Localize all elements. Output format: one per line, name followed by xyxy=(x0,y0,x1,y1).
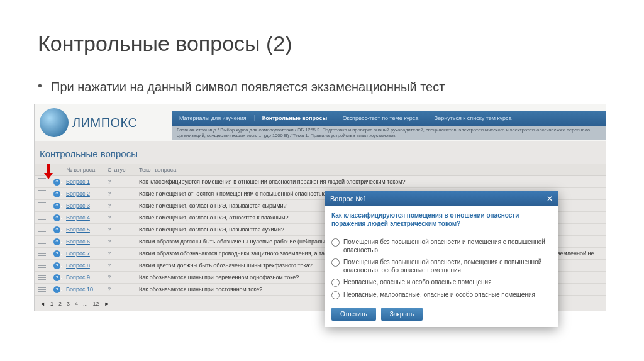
option-3-radio[interactable] xyxy=(331,279,340,287)
option-2[interactable]: Помещения без повышенной опасности, поме… xyxy=(331,256,552,276)
pager-next[interactable]: ► xyxy=(103,301,111,307)
help-icon[interactable]: ? xyxy=(53,191,60,197)
question-number-link[interactable]: Вопрос 10 xyxy=(66,286,93,292)
test-launch-icon[interactable] xyxy=(38,190,46,196)
bullet-item: При нажатии на данный символ появляется … xyxy=(38,79,606,95)
status-unknown-icon: ? xyxy=(108,179,111,185)
status-unknown-icon: ? xyxy=(108,250,111,257)
slide-title: Контрольные вопросы (2) xyxy=(38,31,606,56)
nav-express[interactable]: Экспресс-тест по теме курса xyxy=(335,115,426,121)
test-launch-icon[interactable] xyxy=(38,214,46,220)
question-number-link[interactable]: Вопрос 6 xyxy=(66,238,90,245)
modal-title: Вопрос №1 xyxy=(330,195,367,203)
help-icon[interactable]: ? xyxy=(53,238,60,245)
pager-page-3[interactable]: 3 xyxy=(65,301,71,307)
option-1[interactable]: Помещения без повышенной опасности и пом… xyxy=(331,236,552,256)
test-launch-icon[interactable] xyxy=(38,226,46,232)
app-brand: ЛИМПОКС xyxy=(72,116,137,130)
help-icon[interactable]: ? xyxy=(53,250,60,257)
app-logo xyxy=(40,108,69,137)
test-launch-icon[interactable] xyxy=(38,286,46,292)
nav-bar: Материалы для изучения Контрольные вопро… xyxy=(172,111,606,126)
option-3-label: Неопасные, опасные и особо опасные помещ… xyxy=(343,278,492,286)
question-number-link[interactable]: Вопрос 4 xyxy=(66,214,90,221)
app-header: ЛИМПОКС Материалы для изучения Контрольн… xyxy=(35,104,606,141)
modal-question: Как классифицируются помещения в отношен… xyxy=(325,206,558,233)
pager-last[interactable]: 12 xyxy=(92,301,101,307)
help-icon[interactable]: ? xyxy=(53,274,60,281)
help-icon[interactable]: ? xyxy=(53,262,60,269)
option-4[interactable]: Неопасные, малоопасные, опасные и особо … xyxy=(331,289,552,301)
status-unknown-icon: ? xyxy=(108,214,111,221)
status-unknown-icon: ? xyxy=(108,226,111,233)
nav-questions[interactable]: Контрольные вопросы xyxy=(255,115,335,121)
option-3[interactable]: Неопасные, опасные и особо опасные помещ… xyxy=(331,276,552,289)
status-unknown-icon: ? xyxy=(108,286,111,292)
status-unknown-icon: ? xyxy=(108,238,111,245)
help-icon[interactable]: ? xyxy=(53,179,60,186)
pager-page-1[interactable]: 1 xyxy=(49,301,55,307)
question-number-link[interactable]: Вопрос 3 xyxy=(66,203,90,209)
modal-header: Вопрос №1 ✕ xyxy=(325,191,558,206)
question-modal: Вопрос №1 ✕ Как классифицируются помещен… xyxy=(325,191,558,327)
help-icon[interactable]: ? xyxy=(53,214,60,221)
pager-prev[interactable]: ◄ xyxy=(38,301,47,307)
status-unknown-icon: ? xyxy=(108,191,111,197)
test-launch-icon[interactable] xyxy=(38,238,46,244)
status-unknown-icon: ? xyxy=(108,203,111,209)
option-4-radio[interactable] xyxy=(331,291,340,299)
option-4-label: Неопасные, малоопасные, опасные и особо … xyxy=(343,291,535,299)
question-number-link[interactable]: Вопрос 2 xyxy=(66,191,90,197)
status-unknown-icon: ? xyxy=(108,274,111,280)
test-launch-icon[interactable] xyxy=(38,202,46,208)
question-number-link[interactable]: Вопрос 5 xyxy=(66,226,90,233)
answer-button[interactable]: Ответить xyxy=(331,308,376,321)
embedded-screenshot: ЛИМПОКС Материалы для изучения Контрольн… xyxy=(34,104,606,311)
pager-page-4[interactable]: 4 xyxy=(74,301,79,307)
pager-dots: ... xyxy=(82,301,89,307)
option-1-label: Помещения без повышенной опасности и пом… xyxy=(343,238,552,254)
close-icon[interactable]: ✕ xyxy=(547,194,553,203)
option-2-label: Помещения без повышенной опасности, поме… xyxy=(343,258,552,274)
help-icon[interactable]: ? xyxy=(53,286,60,293)
status-unknown-icon: ? xyxy=(108,262,111,269)
question-number-link[interactable]: Вопрос 8 xyxy=(66,262,90,269)
option-2-radio[interactable] xyxy=(331,258,340,267)
test-launch-icon[interactable] xyxy=(38,274,46,280)
question-number-link[interactable]: Вопрос 7 xyxy=(66,250,90,257)
test-launch-icon[interactable] xyxy=(38,262,46,268)
help-icon[interactable]: ? xyxy=(53,203,60,209)
col-text: Текст вопроса xyxy=(135,164,606,176)
col-num: № вопроса xyxy=(62,164,104,176)
nav-back[interactable]: Вернуться к списку тем курса xyxy=(426,115,519,121)
test-launch-icon[interactable] xyxy=(38,250,46,256)
question-number-link[interactable]: Вопрос 9 xyxy=(66,274,90,280)
breadcrumb: Главная страница / Выбор курса для самоп… xyxy=(172,126,606,140)
page-title: Контрольные вопросы xyxy=(35,141,606,164)
modal-options: Помещения без повышенной опасности и пом… xyxy=(325,233,558,308)
option-1-radio[interactable] xyxy=(331,238,340,247)
nav-materials[interactable]: Материалы для изучения xyxy=(172,115,255,121)
pager-page-2[interactable]: 2 xyxy=(57,301,63,307)
table-row: ?Вопрос 1?Как классифицируются помещения… xyxy=(35,176,606,188)
question-text: Как классифицируются помещения в отношен… xyxy=(135,176,606,188)
help-icon[interactable]: ? xyxy=(53,226,60,233)
question-number-link[interactable]: Вопрос 1 xyxy=(66,179,90,185)
bullet-text: При нажатии на данный символ появляется … xyxy=(51,79,445,95)
col-status: Статус xyxy=(104,164,135,176)
close-button[interactable]: Закрыть xyxy=(381,308,423,321)
